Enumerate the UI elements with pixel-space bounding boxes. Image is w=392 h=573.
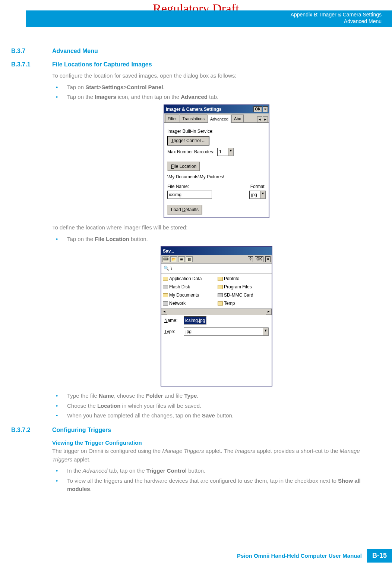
- close-button[interactable]: ×: [263, 106, 268, 112]
- list-item: Type the file Name, choose the Folder an…: [52, 392, 381, 400]
- screenshot-imager-settings: Imager & Camera Settings OK × Filter Tra…: [164, 104, 269, 219]
- header-line1: Appendix B: Imager & Camera Settings: [291, 11, 382, 18]
- keyboard-icon[interactable]: ⌨: [162, 256, 169, 262]
- header-line2: Advanced Menu: [291, 18, 382, 25]
- name-label: Name:: [164, 317, 181, 324]
- tab-abc[interactable]: Abc: [231, 115, 244, 123]
- folder-item[interactable]: Program Files: [218, 283, 270, 291]
- folder-icon: [218, 277, 223, 281]
- folder-icon[interactable]: 📂: [170, 256, 177, 262]
- path-text: \: [171, 265, 172, 272]
- tabstrip: Filter Translations Advanced Abc ◄ ►: [164, 113, 269, 123]
- list-item: Tap on Start>Settings>Control Panel.: [52, 83, 381, 92]
- screenshot-save-dialog: Sav... ⌨ 📂 ≣ ▦ ? OK × 🔍 \ Application Da…: [161, 246, 272, 386]
- folder-item[interactable]: PdbInfo: [218, 275, 270, 282]
- section-number: B.3.7.2: [11, 427, 52, 433]
- section-number: B.3.7: [11, 48, 52, 54]
- toolbar: ⌨ 📂 ≣ ▦ ? OK ×: [161, 255, 272, 263]
- tab-advanced[interactable]: Advanced: [208, 115, 231, 123]
- label: Max Number Barcodes:: [167, 148, 214, 155]
- tab-filter[interactable]: Filter: [165, 115, 179, 123]
- path-row: 🔍 \: [161, 263, 272, 273]
- load-defaults-button[interactable]: Load Defaults: [167, 205, 202, 215]
- window-title: Sav...: [163, 248, 174, 254]
- scroll-right[interactable]: ►: [266, 309, 272, 315]
- card-icon: [163, 285, 168, 289]
- footer-text: Psion Omnii Hand-Held Computer User Manu…: [237, 549, 367, 563]
- label: File Name:: [167, 183, 189, 190]
- folder-icon: [163, 293, 168, 297]
- paragraph: To define the location where imager file…: [52, 223, 381, 232]
- page-content: B.3.7 Advanced Menu B.3.7.1 File Locatio…: [11, 41, 381, 495]
- folder-item[interactable]: Application Data: [163, 275, 215, 282]
- folder-icon: [218, 285, 223, 289]
- horizontal-scrollbar[interactable]: ◄ ►: [161, 309, 272, 315]
- list-item: To view all the triggers and the hardwar…: [52, 477, 381, 494]
- max-barcodes-combo[interactable]: 1▼: [217, 148, 234, 156]
- card-icon: [218, 293, 223, 297]
- footer: Psion Omnii Hand-Held Computer User Manu…: [237, 549, 392, 563]
- help-button[interactable]: ?: [248, 256, 253, 262]
- format-combo[interactable]: jpg▼: [249, 191, 266, 199]
- header-text: Appendix B: Imager & Camera Settings Adv…: [291, 11, 382, 25]
- page-number: B-15: [367, 549, 392, 563]
- list-item: Tap on the File Location button.: [52, 235, 381, 244]
- folder-item[interactable]: Flash Disk: [163, 283, 215, 291]
- list-item: Choose the Location in which your files …: [52, 402, 381, 410]
- folder-item[interactable]: My Documents: [163, 291, 215, 299]
- subheading: Viewing the Trigger Configuration: [52, 439, 381, 447]
- section-number: B.3.7.1: [11, 61, 52, 68]
- type-combo[interactable]: jpg▼: [184, 328, 269, 336]
- folder-item[interactable]: Temp: [218, 300, 270, 307]
- name-input[interactable]: icsimg.jpg: [184, 316, 206, 325]
- list-item: When you have completed all the changes,…: [52, 411, 381, 420]
- ok-button[interactable]: OK: [255, 256, 263, 262]
- scroll-left[interactable]: ◄: [161, 309, 167, 315]
- folder-item[interactable]: Network: [163, 300, 215, 307]
- ok-button[interactable]: OK: [253, 106, 262, 112]
- list-item: Tap on the Imagers icon, and then tap on…: [52, 93, 381, 101]
- details-icon[interactable]: ▦: [186, 256, 193, 262]
- file-list[interactable]: Application Data PdbInfo Flash Disk Prog…: [161, 273, 272, 309]
- section-title: Configuring Triggers: [52, 427, 111, 433]
- close-button[interactable]: ×: [265, 256, 271, 262]
- paragraph: To configure the location for saved imag…: [52, 72, 381, 80]
- titlebar: Imager & Camera Settings OK ×: [164, 105, 269, 113]
- type-label: Type:: [164, 328, 181, 335]
- label: Format:: [250, 183, 266, 190]
- folder-item[interactable]: SD-MMC Card: [218, 291, 270, 299]
- titlebar: Sav...: [161, 247, 272, 255]
- label: Imager Built-in Service:: [167, 128, 266, 135]
- folder-icon: [218, 301, 223, 306]
- tab-translations[interactable]: Translations: [180, 115, 207, 123]
- tab-scroll-right[interactable]: ►: [263, 116, 268, 122]
- path-display: \My Documents\My Pictures\: [167, 173, 266, 180]
- file-location-button[interactable]: File Location: [167, 162, 200, 171]
- card-icon: [163, 301, 168, 306]
- list-icon[interactable]: ≣: [178, 256, 185, 262]
- tab-scroll-left[interactable]: ◄: [257, 116, 262, 122]
- folder-icon: [163, 277, 168, 281]
- filename-input[interactable]: icsimg: [167, 191, 212, 199]
- section-title: File Locations for Captured Images: [52, 61, 152, 68]
- trigger-control-button[interactable]: Trigger Control ...: [167, 136, 209, 145]
- window-title: Imager & Camera Settings: [166, 106, 221, 113]
- paragraph: The trigger on Omnii is configured using…: [52, 447, 381, 464]
- list-item: In the Advanced tab, tap on the Trigger …: [52, 467, 381, 475]
- section-title: Advanced Menu: [52, 48, 98, 54]
- search-icon: 🔍: [164, 265, 169, 272]
